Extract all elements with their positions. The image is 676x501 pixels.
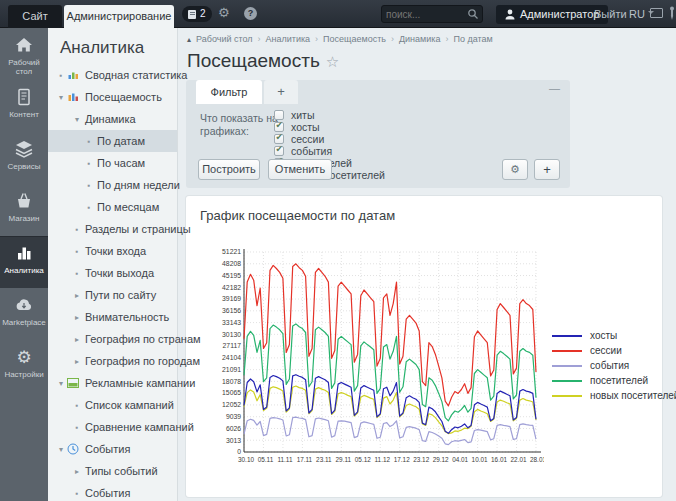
- rail-item-desktop[interactable]: Рабочий стол: [0, 28, 48, 80]
- logout-link[interactable]: Выйти: [594, 8, 627, 20]
- menu-item-label: Пути по сайту: [85, 289, 156, 301]
- menu-item-exit-points[interactable]: ▪Точки выхода: [48, 262, 177, 284]
- rail-item-label: Marketplace: [0, 318, 48, 327]
- bullet-icon: ▪: [72, 225, 82, 234]
- series-line-события: [244, 417, 536, 444]
- favorite-star-icon[interactable]: [326, 53, 339, 71]
- menu-item-by-hours[interactable]: ▪По часам: [48, 152, 177, 174]
- x-tick-label: 10.01: [472, 456, 488, 463]
- legend-item: посетителей: [552, 373, 676, 388]
- menu-item-event-types[interactable]: ▸Типы событий: [48, 460, 177, 482]
- legend-item: сессии: [552, 343, 676, 358]
- legend-label: события: [590, 360, 629, 371]
- checkbox-label: сессии: [291, 133, 324, 145]
- menu-item-label: География по странам: [85, 333, 201, 345]
- menu-item-campaign-list[interactable]: ▪Список кампаний: [48, 394, 177, 416]
- x-tick-label: 11.11: [277, 456, 292, 463]
- breadcrumb: ▴ Рабочий стол › Аналитика › Посещаемост…: [187, 34, 493, 44]
- menu-item-ad-campaigns[interactable]: ▾Рекламные кампании: [48, 372, 177, 394]
- expanded-icon: ▾: [56, 93, 66, 102]
- checkbox-icon[interactable]: [274, 122, 284, 132]
- collapse-filter-icon[interactable]: —: [549, 82, 560, 94]
- topbar: Сайт Администрирование 2 ? Администратор…: [0, 0, 676, 28]
- filter-panel: Фильтр + — Что показать на графиках: хит…: [186, 80, 570, 188]
- build-button[interactable]: Построить: [198, 159, 260, 180]
- menu-item-by-months[interactable]: ▪По месяцам: [48, 196, 177, 218]
- rail-item-services[interactable]: Сервисы: [0, 132, 48, 184]
- bullet-icon: ▪: [72, 489, 82, 498]
- filter-settings-button[interactable]: [502, 159, 528, 180]
- stats-chart-icon: [67, 69, 79, 81]
- menu-item-attention[interactable]: ▸Внимательность: [48, 306, 177, 328]
- rail-item-content[interactable]: Контент: [0, 80, 48, 132]
- menu-item-site-paths[interactable]: ▸Пути по сайту: [48, 284, 177, 306]
- breadcrumb-item[interactable]: Динамика: [399, 34, 440, 44]
- user-button[interactable]: Администратор: [496, 5, 608, 24]
- menu-item-by-dates[interactable]: ▪По датам: [48, 130, 177, 152]
- breadcrumb-item[interactable]: По датам: [453, 34, 492, 44]
- menu-item-dynamics[interactable]: ▾Динамика: [48, 108, 177, 130]
- bar-chart-icon: [14, 243, 34, 263]
- bullet-icon: ▪: [72, 247, 82, 256]
- user-icon: [505, 9, 515, 20]
- breadcrumb-item[interactable]: Посещаемость: [323, 34, 386, 44]
- notifications-button[interactable]: 2: [182, 6, 212, 22]
- filter-add-button[interactable]: +: [534, 159, 560, 180]
- tab-site[interactable]: Сайт: [8, 5, 62, 28]
- y-tick-label: 39169: [222, 295, 241, 302]
- basket-icon: [14, 191, 34, 211]
- menu-item-campaign-compare[interactable]: ▪Сравнение кампаний: [48, 416, 177, 438]
- collapsed-icon: ▸: [72, 291, 82, 300]
- rail-item-label: Магазин: [0, 214, 48, 223]
- search-icon[interactable]: [467, 8, 479, 20]
- rail-item-settings[interactable]: ⚙ Настройки: [0, 340, 48, 392]
- menu-item-geo-countries[interactable]: ▸География по странам: [48, 328, 177, 350]
- menu-item-sections-pages[interactable]: ▪Разделы и страницы: [48, 218, 177, 240]
- breadcrumb-separator: ›: [445, 34, 448, 44]
- collapsed-icon: ▸: [72, 467, 82, 476]
- menu-item-entry-points[interactable]: ▪Точки входа: [48, 240, 177, 262]
- checkbox-icon[interactable]: [274, 134, 284, 144]
- menu-item-by-weekdays[interactable]: ▪По дням недели: [48, 174, 177, 196]
- breadcrumb-separator: ›: [391, 34, 394, 44]
- breadcrumb-separator: ›: [315, 34, 318, 44]
- x-tick-label: 29.12: [433, 456, 449, 463]
- menu-item-attendance[interactable]: ▾Посещаемость: [48, 86, 177, 108]
- breadcrumb-item[interactable]: Рабочий стол: [196, 34, 253, 44]
- cancel-button[interactable]: Отменить: [268, 159, 332, 180]
- y-tick-label: 45195: [222, 272, 241, 279]
- help-icon[interactable]: ?: [244, 7, 257, 20]
- y-tick-label: 6026: [226, 425, 241, 432]
- search-input[interactable]: [382, 9, 467, 20]
- bullet-icon: ▪: [84, 159, 94, 168]
- home-breadcrumb-icon: ▴: [187, 35, 191, 44]
- menu-item-label: Точки входа: [85, 245, 146, 257]
- rail-item-label: Сервисы: [0, 162, 48, 171]
- tab-administration[interactable]: Администрирование: [64, 5, 174, 28]
- menu-item-label: Типы событий: [85, 465, 158, 477]
- add-filter-tab[interactable]: +: [264, 80, 298, 104]
- menu-item-events-list[interactable]: ▪События: [48, 482, 177, 501]
- y-tick-label: 0: [237, 448, 241, 455]
- language-label: RU: [629, 8, 645, 20]
- breadcrumb-item[interactable]: Аналитика: [266, 34, 311, 44]
- menu-item-label: По часам: [97, 157, 145, 169]
- pin-icon[interactable]: [668, 6, 676, 21]
- notifications-count: 2: [200, 6, 206, 22]
- bullet-icon: ▪: [56, 71, 66, 80]
- gear-icon[interactable]: [218, 5, 230, 20]
- rail-item-marketplace[interactable]: Marketplace: [0, 288, 48, 340]
- rail-item-store[interactable]: Магазин: [0, 184, 48, 236]
- checkbox-icon[interactable]: [274, 110, 284, 120]
- analytics-menu: Аналитика ▪Сводная статистика ▾Посещаемо…: [48, 28, 178, 501]
- checkbox-icon[interactable]: [274, 146, 284, 156]
- monitor-icon[interactable]: [650, 8, 663, 18]
- menu-item-events[interactable]: ▾События: [48, 438, 177, 460]
- series-line-сессии: [244, 264, 536, 406]
- menu-item-summary-stats[interactable]: ▪Сводная статистика: [48, 64, 177, 86]
- expanded-icon: ▾: [56, 379, 66, 388]
- menu-item-geo-cities[interactable]: ▸География по городам: [48, 350, 177, 372]
- x-tick-label: 23.11: [316, 456, 332, 463]
- rail-item-analytics[interactable]: Аналитика: [0, 236, 48, 288]
- filter-tab[interactable]: Фильтр: [196, 80, 262, 104]
